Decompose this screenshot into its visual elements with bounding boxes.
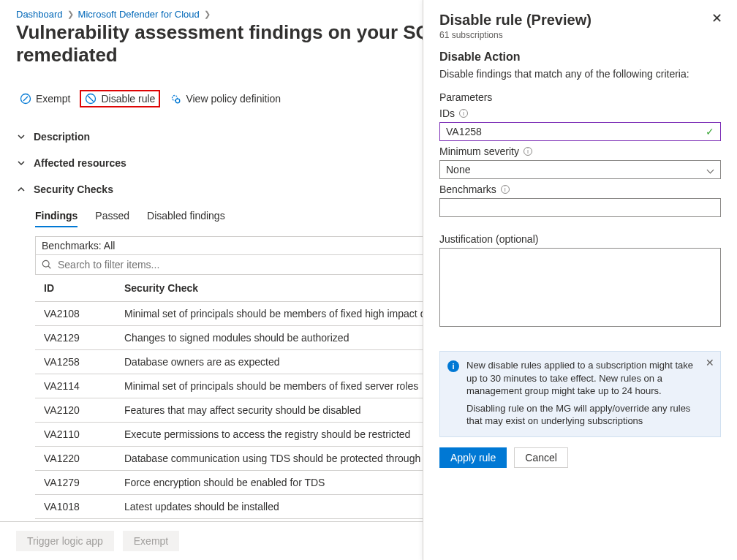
svg-point-3 bbox=[176, 99, 181, 103]
justification-label: Justification (optional) bbox=[439, 233, 721, 245]
ids-field[interactable]: VA1258 ✓ bbox=[439, 122, 721, 141]
trigger-logic-app-button[interactable]: Trigger logic app bbox=[16, 531, 114, 551]
info-text: Disabling rule on the MG will apply/over… bbox=[466, 402, 700, 428]
info-icon[interactable]: i bbox=[501, 185, 510, 194]
close-icon[interactable]: ✕ bbox=[706, 356, 714, 370]
ids-value: VA1258 bbox=[446, 126, 482, 137]
info-icon[interactable]: i bbox=[459, 109, 468, 118]
exempt-button-footer[interactable]: Exempt bbox=[123, 531, 179, 551]
search-icon bbox=[42, 260, 52, 270]
view-policy-label: View policy definition bbox=[186, 93, 281, 105]
view-policy-button[interactable]: View policy definition bbox=[166, 91, 284, 106]
breadcrumb-link[interactable]: Dashboard bbox=[16, 9, 63, 20]
disable-icon bbox=[85, 93, 97, 105]
close-icon[interactable]: ✕ bbox=[711, 12, 722, 25]
exempt-icon bbox=[20, 93, 31, 105]
svg-point-4 bbox=[42, 260, 49, 267]
panel-title: Disable rule (Preview) bbox=[439, 12, 721, 29]
chevron-right-icon: ❯ bbox=[204, 10, 211, 19]
cell-id: VA1220 bbox=[35, 447, 116, 471]
exempt-label: Exempt bbox=[36, 93, 70, 105]
section-label: Description bbox=[34, 131, 90, 143]
panel-actions: Apply rule Cancel bbox=[439, 447, 721, 468]
tab-passed[interactable]: Passed bbox=[95, 205, 129, 227]
apply-rule-button[interactable]: Apply rule bbox=[439, 447, 507, 468]
chevron-down-icon bbox=[16, 159, 26, 167]
policy-icon bbox=[170, 93, 181, 105]
cell-id: VA1279 bbox=[35, 471, 116, 495]
column-id[interactable]: ID bbox=[35, 275, 116, 302]
info-icon[interactable]: i bbox=[524, 147, 532, 156]
breadcrumb-link[interactable]: Microsoft Defender for Cloud bbox=[78, 9, 200, 20]
panel-subtitle: 61 subscriptions bbox=[439, 30, 721, 40]
cell-id: VA2114 bbox=[35, 374, 116, 398]
minimum-severity-select[interactable]: None bbox=[439, 160, 721, 179]
cell-id: VA2110 bbox=[35, 423, 116, 447]
info-icon: i bbox=[447, 360, 459, 372]
benchmarks-field[interactable] bbox=[439, 198, 721, 217]
disable-rule-button[interactable]: Disable rule bbox=[81, 91, 159, 106]
chevron-up-icon bbox=[16, 185, 26, 194]
cell-id: VA2129 bbox=[35, 326, 116, 350]
disable-rule-panel: ✕ Disable rule (Preview) 61 subscription… bbox=[423, 0, 737, 560]
minimum-severity-label: Minimum severity i bbox=[439, 145, 721, 157]
cancel-button[interactable]: Cancel bbox=[514, 447, 568, 468]
parameters-heading: Parameters bbox=[439, 91, 721, 103]
section-label: Affected resources bbox=[34, 157, 126, 169]
tab-findings[interactable]: Findings bbox=[35, 205, 78, 227]
cell-id: VA1258 bbox=[35, 350, 116, 374]
info-text: New disable rules applied to a subscript… bbox=[466, 359, 700, 398]
cell-id: VA2120 bbox=[35, 398, 116, 423]
tab-disabled-findings[interactable]: Disabled findings bbox=[147, 205, 225, 227]
benchmarks-label: Benchmarks i bbox=[439, 183, 721, 195]
disable-action-heading: Disable Action bbox=[439, 50, 721, 64]
minimum-severity-value: None bbox=[446, 164, 470, 175]
chevron-down-icon bbox=[707, 166, 714, 173]
check-icon: ✓ bbox=[706, 126, 714, 137]
chevron-right-icon: ❯ bbox=[67, 10, 74, 19]
ids-label: IDs i bbox=[439, 107, 721, 119]
exempt-button[interactable]: Exempt bbox=[16, 91, 74, 106]
justification-field[interactable] bbox=[439, 248, 721, 327]
cell-id: VA1018 bbox=[35, 495, 116, 519]
info-box: i ✕ New disable rules applied to a subsc… bbox=[439, 351, 721, 437]
chevron-down-icon bbox=[16, 132, 26, 141]
disable-action-description: Disable findings that match any of the f… bbox=[439, 68, 721, 80]
cell-id: VA2108 bbox=[35, 302, 116, 326]
disable-rule-label: Disable rule bbox=[101, 93, 155, 105]
section-label: Security Checks bbox=[34, 183, 113, 195]
